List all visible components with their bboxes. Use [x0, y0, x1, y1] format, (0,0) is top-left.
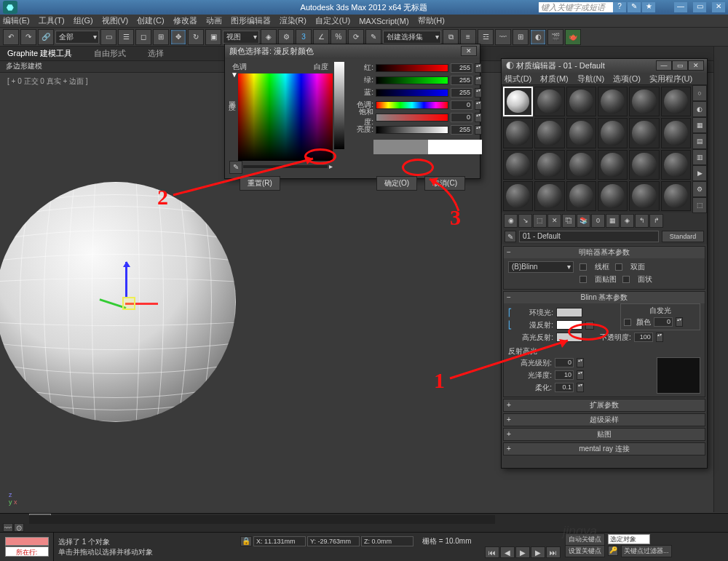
wire-checkbox[interactable] [579, 263, 587, 271]
material-sample-18[interactable] [503, 181, 533, 211]
material-sample-14[interactable] [566, 150, 596, 180]
help-icon[interactable]: ? [613, 2, 626, 12]
material-sample-13[interactable] [534, 150, 564, 180]
ribbon-tab-freeform[interactable]: 自由形式 [94, 48, 126, 59]
put-to-scene-icon[interactable]: ↘ [518, 214, 532, 228]
assign-icon[interactable]: ⬚ [533, 214, 547, 228]
facemap-checkbox[interactable] [579, 276, 587, 283]
rollout-ss[interactable]: 超级采样 [504, 414, 705, 426]
angle-snap-button[interactable]: ∠ [313, 29, 329, 45]
eyedropper-button[interactable]: ✎ [229, 161, 242, 174]
select-name-button[interactable]: ☰ [118, 29, 134, 45]
color-reset-button[interactable]: 重置(R) [240, 176, 280, 191]
cp-value-1[interactable]: 255 [451, 76, 472, 85]
color-picker-close[interactable]: ✕ [461, 46, 477, 56]
rollout-mr[interactable]: mental ray 连接 [504, 443, 705, 455]
key-filter-button[interactable]: 关键点过滤器... [621, 545, 672, 557]
go-parent-icon[interactable]: ↰ [635, 214, 649, 228]
app-logo[interactable]: ⬣ [3, 1, 17, 14]
key-icon[interactable]: 🔑 [608, 546, 618, 556]
selfillum-checkbox[interactable] [624, 319, 631, 326]
cp-value-3[interactable]: 0 [451, 100, 472, 110]
goto-start-icon[interactable]: ⏮ [485, 546, 499, 558]
timeline[interactable]: 0 / 100 〰⊙ [0, 513, 728, 532]
scale-button[interactable]: ▣ [205, 29, 221, 45]
schematic-button[interactable]: ⊞ [513, 29, 529, 45]
menu-group[interactable]: 组(G) [74, 15, 93, 26]
show-map-icon[interactable]: ▦ [606, 214, 620, 228]
color-spectrum[interactable]: ▼ [238, 73, 333, 161]
faceted-checkbox[interactable] [622, 276, 630, 283]
material-sample-1[interactable] [534, 87, 564, 116]
menu-customize[interactable]: 自定义(U) [315, 15, 350, 26]
color-value-slider[interactable] [334, 62, 344, 149]
gizmo-z-axis[interactable] [125, 262, 127, 298]
window-cross-button[interactable]: ⊞ [153, 29, 169, 45]
material-sample-5[interactable] [661, 87, 691, 116]
mat-close[interactable]: ✕ [688, 60, 704, 71]
cp-spinner-4[interactable]: ▴▾ [475, 113, 482, 122]
rollout-maps[interactable]: 贴图 [504, 429, 705, 440]
move-button[interactable]: ✥ [170, 29, 186, 45]
rollout-shader[interactable]: 明暗器基本参数 [504, 247, 705, 258]
material-sample-19[interactable] [534, 181, 564, 211]
clone-icon[interactable]: ⿻ [562, 214, 576, 228]
backlight-icon[interactable]: ◐ [692, 101, 707, 117]
menu-modifiers[interactable]: 修改器 [173, 15, 197, 26]
get-material-icon[interactable]: ◉ [504, 214, 518, 228]
mat-restore[interactable]: ▭ [672, 60, 688, 71]
viewport-label[interactable]: [ + 0 正交 0 真实 + 边面 ] [7, 76, 88, 87]
command-panel-collapsed[interactable] [713, 47, 728, 512]
cp-slider-0[interactable] [376, 64, 448, 72]
mat-menu-material[interactable]: 材质(M) [540, 73, 569, 84]
mirror-button[interactable]: ⧉ [443, 29, 459, 45]
cp-slider-5[interactable] [376, 126, 448, 134]
setkey-button[interactable]: 设置关键点 [565, 545, 605, 557]
material-sample-7[interactable] [534, 118, 564, 148]
material-sample-3[interactable] [598, 87, 628, 116]
pivot-button[interactable]: ◈ [261, 29, 277, 45]
select-by-mat-icon[interactable]: ⬚ [692, 197, 707, 213]
color-ok-button[interactable]: 确定(O) [376, 176, 417, 191]
background-icon[interactable]: ▦ [692, 117, 707, 133]
cp-slider-2[interactable] [376, 89, 448, 97]
specular-swatch[interactable] [556, 333, 582, 342]
material-sample-2[interactable] [566, 87, 596, 116]
cp-spinner-1[interactable]: ▴▾ [475, 76, 482, 85]
menu-graph[interactable]: 图形编辑器 [231, 15, 271, 26]
manip-button[interactable]: ⚙ [278, 29, 294, 45]
color-cancel-button[interactable]: 取消(C) [424, 176, 465, 191]
ref-coord[interactable]: 视图 [223, 31, 259, 44]
region-button[interactable]: ◻ [135, 29, 151, 45]
options-icon[interactable]: ⚙ [692, 181, 707, 197]
coord-y[interactable]: Y: -29.763mm [307, 536, 360, 546]
lock-sel-icon[interactable]: 🔒 [240, 536, 252, 546]
link-button[interactable]: 🔗 [38, 29, 54, 45]
coord-x[interactable]: X: 11.131mm [253, 536, 306, 546]
cp-spinner-2[interactable]: ▴▾ [475, 88, 482, 98]
cp-slider-3[interactable] [376, 101, 448, 109]
rollout-ext[interactable]: 扩展参数 [504, 399, 705, 411]
mini-curve-icon[interactable]: 〰 [3, 523, 13, 532]
mat-minimize[interactable]: — [656, 60, 672, 71]
rotate-button[interactable]: ↻ [188, 29, 204, 45]
restore-button[interactable]: ▭ [693, 2, 706, 12]
star-icon[interactable]: ★ [642, 2, 655, 12]
render-setup-button[interactable]: 🎬 [547, 29, 563, 45]
ribbon-tab-graphite[interactable]: Graphite 建模工具 [7, 48, 72, 59]
menu-create[interactable]: 创建(C) [137, 15, 164, 26]
cp-value-2[interactable]: 255 [451, 88, 472, 98]
script-listener[interactable] [5, 537, 49, 546]
next-frame-icon[interactable]: ▶ [531, 546, 545, 558]
undo-button[interactable]: ↶ [3, 29, 19, 45]
play-icon[interactable]: ▶ [515, 546, 530, 558]
go-forward-icon[interactable]: ↱ [649, 214, 663, 228]
tool-icon[interactable]: ✎ [628, 2, 641, 12]
layers-button[interactable]: ☲ [478, 29, 494, 45]
color-picker-title[interactable]: 颜色选择器: 漫反射颜色 ✕ [225, 44, 480, 59]
percent-snap-button[interactable]: % [331, 29, 347, 45]
material-editor-button[interactable]: ◐ [530, 29, 546, 45]
menu-views[interactable]: 视图(V) [102, 15, 129, 26]
render-button[interactable]: 🫖 [565, 29, 581, 45]
material-sample-10[interactable] [629, 118, 659, 148]
